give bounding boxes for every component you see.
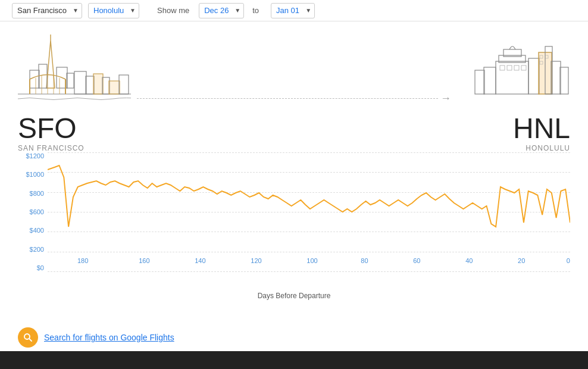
x-label-120: 120 xyxy=(251,257,261,264)
x-label-180: 180 xyxy=(77,257,88,264)
date-from-wrapper[interactable]: Dec 26 ▼ xyxy=(195,3,244,18)
origin-code: SFO xyxy=(18,114,77,143)
svg-rect-26 xyxy=(521,65,526,70)
y-label-0: $0 xyxy=(37,264,44,271)
chart-inner: 180 160 140 120 100 80 60 40 20 0 xyxy=(48,152,570,271)
svg-rect-32 xyxy=(560,67,568,94)
price-chart-area: $1200 $1000 $800 $600 $400 $200 $0 xyxy=(0,152,588,319)
to-label: to xyxy=(252,6,259,15)
price-line-chart xyxy=(48,152,570,271)
y-label-400: $400 xyxy=(30,227,44,234)
show-me-label: Show me xyxy=(157,6,189,15)
flight-arrow-icon: → xyxy=(440,92,451,105)
svg-rect-19 xyxy=(119,75,129,94)
svg-rect-20 xyxy=(496,61,528,94)
google-flights-search-button[interactable] xyxy=(18,327,38,348)
x-label-0: 0 xyxy=(567,257,570,264)
x-label-100: 100 xyxy=(306,257,317,264)
google-flights-link[interactable]: Search for flights on Google Flights xyxy=(44,333,174,342)
x-label-80: 80 xyxy=(361,257,368,264)
destination-name: HONOLULU xyxy=(526,144,570,152)
x-axis: 180 160 140 120 100 80 60 40 20 0 xyxy=(77,257,570,271)
y-axis: $1200 $1000 $800 $600 $400 $200 $0 xyxy=(18,152,48,271)
svg-rect-29 xyxy=(528,58,539,94)
svg-rect-5 xyxy=(67,73,74,88)
destination-city-info: HNL HONOLULU xyxy=(457,29,570,152)
origin-name: SAN FRANCISCO xyxy=(18,144,85,152)
origin-city-select[interactable]: San Francisco xyxy=(12,3,82,18)
svg-rect-24 xyxy=(507,65,512,70)
svg-line-38 xyxy=(29,339,32,341)
destination-dropdown-wrapper[interactable]: Honolulu ▼ xyxy=(88,3,139,18)
date-to-wrapper[interactable]: Jan 01 ▼ xyxy=(267,3,315,18)
svg-rect-15 xyxy=(86,76,94,94)
x-label-160: 160 xyxy=(139,257,149,264)
y-label-200: $200 xyxy=(30,246,44,253)
x-axis-title: Days Before Departure xyxy=(18,292,570,300)
svg-rect-3 xyxy=(30,70,39,88)
sfo-skyline-icon xyxy=(18,29,131,112)
grid-line-0 xyxy=(48,271,570,272)
y-label-1000: $1000 xyxy=(26,171,44,178)
x-label-40: 40 xyxy=(465,257,473,264)
svg-rect-14 xyxy=(74,71,86,94)
y-label-800: $800 xyxy=(30,190,44,197)
svg-rect-28 xyxy=(484,67,496,94)
destination-code: HNL xyxy=(513,114,570,143)
destination-city-select[interactable]: Honolulu xyxy=(88,3,139,18)
search-icon xyxy=(23,332,33,343)
y-label-1200: $1200 xyxy=(26,152,44,160)
y-label-600: $600 xyxy=(30,208,44,215)
chart-container: $1200 $1000 $800 $600 $400 $200 $0 xyxy=(18,152,570,289)
svg-rect-27 xyxy=(475,70,484,94)
hnl-skyline-icon xyxy=(457,29,570,112)
date-to-select[interactable]: Jan 01 xyxy=(271,3,315,18)
search-area: Search for flights on Google Flights xyxy=(0,319,588,356)
svg-rect-2 xyxy=(39,64,47,88)
bottom-bar xyxy=(0,351,588,369)
svg-rect-25 xyxy=(514,65,519,70)
svg-rect-18 xyxy=(109,81,120,94)
city-illustration-area: SFO SAN FRANCISCO → xyxy=(0,21,588,152)
flight-path: → xyxy=(131,92,457,105)
x-label-140: 140 xyxy=(195,257,205,264)
svg-rect-17 xyxy=(102,77,110,94)
x-label-60: 60 xyxy=(413,257,420,264)
svg-rect-23 xyxy=(500,65,505,70)
origin-dropdown-wrapper[interactable]: San Francisco ▼ xyxy=(12,3,82,18)
header-bar: San Francisco ▼ Honolulu ▼ Show me Dec 2… xyxy=(0,0,588,21)
x-label-20: 20 xyxy=(518,257,525,264)
date-from-select[interactable]: Dec 26 xyxy=(199,3,244,18)
svg-rect-16 xyxy=(93,74,103,94)
flight-dashed-line xyxy=(137,98,438,99)
origin-city-info: SFO SAN FRANCISCO xyxy=(18,29,131,152)
